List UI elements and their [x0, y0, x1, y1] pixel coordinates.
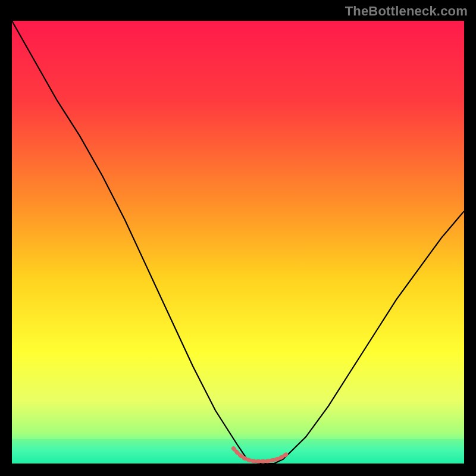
- chart-frame: TheBottleneck.com: [0, 0, 476, 476]
- watermark-text: TheBottleneck.com: [345, 4, 468, 19]
- plot-area: [12, 21, 464, 464]
- gradient-background: [12, 21, 464, 464]
- bottleneck-chart: [12, 21, 464, 464]
